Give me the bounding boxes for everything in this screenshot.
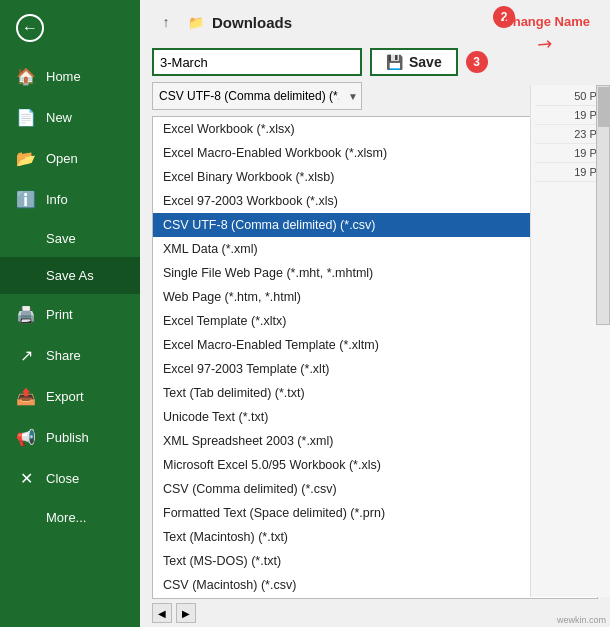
sidebar-item-label: Info (46, 192, 68, 207)
sidebar-item-save[interactable]: Save (0, 220, 140, 257)
sidebar-item-share[interactable]: ↗ Share (0, 335, 140, 376)
sidebar-item-new[interactable]: 📄 New (0, 97, 140, 138)
back-circle-icon: ← (16, 14, 44, 42)
sidebar-item-label: More... (46, 510, 86, 525)
save-button[interactable]: 💾 Save (370, 48, 458, 76)
sidebar-item-save-as[interactable]: Save As (0, 257, 140, 294)
scrollbar-thumb (598, 87, 610, 127)
save-floppy-icon: 💾 (386, 54, 403, 70)
home-icon: 🏠 (16, 67, 36, 86)
sidebar-item-label: Open (46, 151, 78, 166)
sidebar-item-label: Save (46, 231, 76, 246)
close-icon: ✕ (16, 469, 36, 488)
sidebar-item-label: Print (46, 307, 73, 322)
nav-up-button[interactable]: ↑ (152, 8, 180, 36)
sidebar-item-info[interactable]: ℹ️ Info (0, 179, 140, 220)
scroll-left-button[interactable]: ◀ (152, 603, 172, 623)
annotation-3-badge: 3 (466, 51, 488, 73)
sidebar-item-close[interactable]: ✕ Close (0, 458, 140, 499)
right-scrollbar[interactable] (596, 85, 610, 325)
filename-input[interactable] (152, 48, 362, 76)
sidebar-item-home[interactable]: 🏠 Home (0, 56, 140, 97)
sidebar-item-label: Publish (46, 430, 89, 445)
export-icon: 📤 (16, 387, 36, 406)
filetype-select-wrapper: CSV UTF-8 (Comma delimited) (*... ▼ (152, 82, 362, 110)
sidebar-item-label: Close (46, 471, 79, 486)
dropdown-item[interactable]: CSV (MS-DOS) (*.csv) (153, 597, 597, 598)
sidebar-item-more[interactable]: More... (0, 499, 140, 536)
location-label: Downloads (212, 14, 292, 31)
sidebar-item-open[interactable]: 📂 Open (0, 138, 140, 179)
sidebar-item-publish[interactable]: 📢 Publish (0, 417, 140, 458)
info-icon: ℹ️ (16, 190, 36, 209)
folder-button[interactable]: 📁 (188, 15, 204, 30)
publish-icon: 📢 (16, 428, 36, 447)
sidebar-item-print[interactable]: 🖨️ Print (0, 294, 140, 335)
sidebar-item-label: Home (46, 69, 81, 84)
sidebar: ← 🏠 Home 📄 New 📂 Open ℹ️ Info Save Save … (0, 0, 140, 627)
save-label: Save (409, 54, 442, 70)
annotation-change-name: Change Name (503, 14, 590, 29)
sidebar-item-export[interactable]: 📤 Export (0, 376, 140, 417)
share-icon: ↗ (16, 346, 36, 365)
open-icon: 📂 (16, 149, 36, 168)
new-icon: 📄 (16, 108, 36, 127)
bottom-nav: ◀ ▶ (140, 599, 610, 627)
watermark: wewkin.com (557, 615, 606, 625)
main-panel: ↑ 📁 Downloads 2 Change Name ↙ 💾 Save 3 C… (140, 0, 610, 627)
scroll-right-button[interactable]: ▶ (176, 603, 196, 623)
folder-icon: 📁 (188, 15, 204, 30)
sidebar-item-label: New (46, 110, 72, 125)
sidebar-item-label: Share (46, 348, 81, 363)
filetype-select[interactable]: CSV UTF-8 (Comma delimited) (*... (152, 82, 362, 110)
back-button[interactable]: ← (0, 0, 140, 56)
sidebar-item-label: Export (46, 389, 84, 404)
sidebar-item-label: Save As (46, 268, 94, 283)
print-icon: 🖨️ (16, 305, 36, 324)
